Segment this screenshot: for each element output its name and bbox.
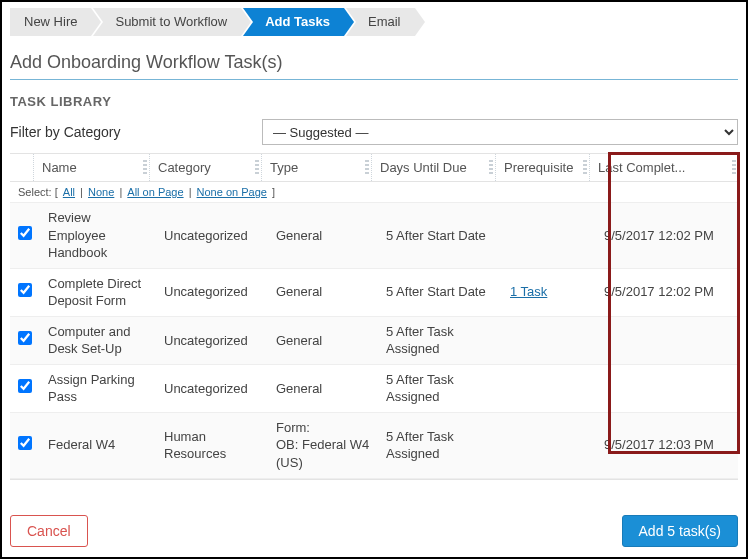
cancel-button[interactable]: Cancel bbox=[10, 515, 88, 547]
cell-category: Uncategorized bbox=[156, 374, 268, 404]
select-links-bar: Select: [ All | None | All on Page | Non… bbox=[10, 182, 738, 203]
col-header-type[interactable]: Type bbox=[262, 154, 372, 181]
cell-category: Uncategorized bbox=[156, 221, 268, 251]
cell-type: General bbox=[268, 326, 378, 356]
row-checkbox[interactable] bbox=[18, 379, 32, 393]
cell-days-until-due: 5 After Start Date bbox=[378, 277, 502, 307]
cell-name: Computer and Desk Set-Up bbox=[40, 317, 156, 364]
page-title: Add Onboarding Workflow Task(s) bbox=[10, 46, 738, 80]
select-none-link[interactable]: None bbox=[88, 186, 114, 198]
add-tasks-button[interactable]: Add 5 task(s) bbox=[622, 515, 738, 547]
cell-prerequisite bbox=[502, 334, 596, 346]
cell-prerequisite bbox=[502, 229, 596, 241]
table-row: Assign Parking PassUncategorizedGeneral5… bbox=[10, 365, 738, 413]
table-row: Complete Direct Deposit FormUncategorize… bbox=[10, 269, 738, 317]
col-header-name[interactable]: Name bbox=[34, 154, 150, 181]
cell-name: Review Employee Handbook bbox=[40, 203, 156, 268]
breadcrumb-step-email[interactable]: Email bbox=[346, 8, 415, 36]
cell-name: Assign Parking Pass bbox=[40, 365, 156, 412]
cell-type: General bbox=[268, 374, 378, 404]
cell-days-until-due: 5 After Task Assigned bbox=[378, 317, 502, 364]
cell-name: Federal W4 bbox=[40, 430, 156, 460]
cell-last-completed: 9/5/2017 12:03 PM bbox=[596, 430, 738, 460]
cell-days-until-due: 5 After Task Assigned bbox=[378, 365, 502, 412]
table-row: Federal W4Human ResourcesForm: OB: Feder… bbox=[10, 413, 738, 479]
cell-prerequisite bbox=[502, 439, 596, 451]
cell-type: General bbox=[268, 221, 378, 251]
col-header-prerequisite[interactable]: Prerequisite bbox=[496, 154, 590, 181]
cell-name: Complete Direct Deposit Form bbox=[40, 269, 156, 316]
row-checkbox[interactable] bbox=[18, 283, 32, 297]
col-header-category[interactable]: Category bbox=[150, 154, 262, 181]
col-header-last-completed[interactable]: Last Complet... bbox=[590, 154, 738, 181]
prerequisite-link[interactable]: 1 Task bbox=[510, 284, 547, 299]
cell-last-completed bbox=[596, 334, 738, 346]
breadcrumb-step-new-hire[interactable]: New Hire bbox=[10, 8, 91, 36]
breadcrumb-step-add-tasks[interactable]: Add Tasks bbox=[243, 8, 344, 36]
breadcrumb: New HireSubmit to WorkflowAdd TasksEmail bbox=[10, 8, 738, 36]
breadcrumb-step-submit-to-workflow[interactable]: Submit to Workflow bbox=[93, 8, 241, 36]
table-header: Name Category Type Days Until Due Prereq… bbox=[10, 154, 738, 182]
row-checkbox[interactable] bbox=[18, 331, 32, 345]
cell-prerequisite bbox=[502, 382, 596, 394]
col-header-days-until-due[interactable]: Days Until Due bbox=[372, 154, 496, 181]
filter-category-label: Filter by Category bbox=[10, 124, 250, 140]
cell-prerequisite: 1 Task bbox=[502, 277, 596, 307]
cell-type: General bbox=[268, 277, 378, 307]
cell-days-until-due: 5 After Task Assigned bbox=[378, 422, 502, 469]
cell-last-completed: 9/5/2017 12:02 PM bbox=[596, 221, 738, 251]
cell-last-completed bbox=[596, 382, 738, 394]
table-row: Review Employee HandbookUncategorizedGen… bbox=[10, 203, 738, 269]
cell-type: Form: OB: Federal W4 (US) bbox=[268, 413, 378, 478]
table-row: Computer and Desk Set-UpUncategorizedGen… bbox=[10, 317, 738, 365]
cell-days-until-due: 5 After Start Date bbox=[378, 221, 502, 251]
cell-category: Human Resources bbox=[156, 422, 268, 469]
cell-category: Uncategorized bbox=[156, 277, 268, 307]
select-all-link[interactable]: All bbox=[63, 186, 75, 198]
cell-last-completed: 9/5/2017 12:02 PM bbox=[596, 277, 738, 307]
section-label-task-library: TASK LIBRARY bbox=[10, 94, 738, 109]
task-grid: Name Category Type Days Until Due Prereq… bbox=[10, 153, 738, 480]
row-checkbox[interactable] bbox=[18, 226, 32, 240]
select-all-on-page-link[interactable]: All on Page bbox=[127, 186, 183, 198]
filter-category-select[interactable]: — Suggested — bbox=[262, 119, 738, 145]
select-none-on-page-link[interactable]: None on Page bbox=[197, 186, 267, 198]
cell-category: Uncategorized bbox=[156, 326, 268, 356]
row-checkbox[interactable] bbox=[18, 436, 32, 450]
